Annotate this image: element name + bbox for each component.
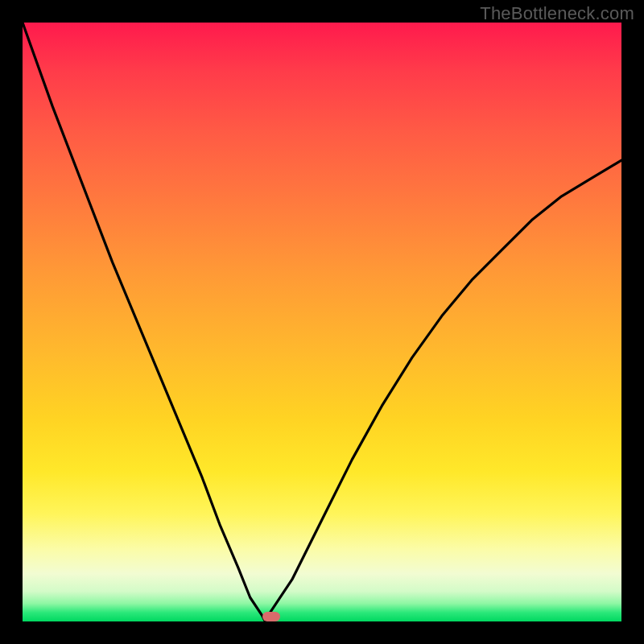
plot-area — [23, 23, 621, 621]
watermark-text: TheBottleneck.com — [480, 3, 634, 24]
chart-frame: TheBottleneck.com — [0, 0, 644, 644]
bottleneck-curve — [23, 23, 621, 621]
curve-line — [23, 23, 621, 621]
optimum-marker — [262, 612, 280, 621]
